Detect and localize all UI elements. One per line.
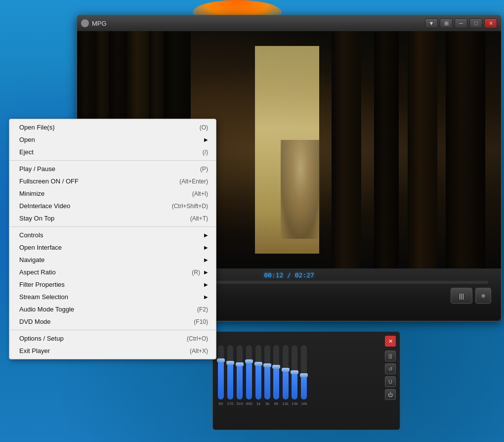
eq-slider-track-60[interactable] — [218, 345, 224, 399]
submenu-arrow-icon: ▶ — [204, 294, 208, 300]
menu-item-open[interactable]: Open▶ — [9, 133, 216, 146]
eq-slider-thumb-60[interactable] — [217, 358, 225, 362]
menu-item-aspect-ratio[interactable]: Aspect Ratio(R)▶ — [9, 266, 216, 278]
eq-band-6k: 6k — [273, 345, 279, 406]
menu-separator-9 — [9, 226, 216, 227]
menu-item-label: Options / Setup — [19, 335, 177, 342]
menu-item-options---setup[interactable]: Options / Setup(Ctrl+O) — [9, 332, 216, 345]
eq-slider-thumb-14k[interactable] — [291, 370, 298, 374]
menu-item-label: Audio Mode Toggle — [19, 306, 187, 313]
menu-item-label: Fullscreen ON / OFF — [19, 177, 169, 185]
eq-slider-track-14k[interactable] — [292, 345, 297, 399]
eq-band-60: 60 — [218, 345, 224, 406]
submenu-arrow-icon: ▶ — [204, 282, 208, 287]
menu-item-label: Navigate — [19, 256, 200, 264]
menu-item-controls[interactable]: Controls▶ — [9, 229, 216, 241]
menu-separator-18 — [9, 330, 216, 330]
eq-band-label-16k: 16k — [301, 401, 307, 406]
eq-slider-fill-60 — [218, 360, 224, 399]
menu-item-label: Open — [19, 136, 200, 143]
menu-item-label: Open Interface — [19, 244, 200, 251]
eq-slider-thumb-1k[interactable] — [254, 362, 262, 366]
menu-item-stream-selection[interactable]: Stream Selection▶ — [9, 291, 216, 303]
title-bar-buttons: ▼ ⊞ ─ □ ✕ — [425, 18, 497, 28]
eq-slider-track-3k[interactable] — [264, 345, 270, 399]
menu-item-play---pause[interactable]: Play / Pause(P) — [9, 163, 216, 175]
eq-band-1k: 1k — [255, 345, 261, 406]
menu-item-shortcut: (Alt+T) — [190, 215, 208, 222]
menu-item-minimize[interactable]: Minimize(Alt+I) — [9, 187, 216, 200]
eq-band-16k: 16k — [301, 345, 307, 406]
eq-slider-thumb-6k[interactable] — [272, 365, 280, 369]
menu-item-label: DVD Mode — [19, 318, 184, 325]
eq-power-button[interactable]: ⏻ — [385, 389, 396, 400]
menu-item-shortcut: (F2) — [197, 306, 208, 313]
eq-band-label-60: 60 — [219, 401, 223, 406]
eq-band-label-3k: 3k — [265, 401, 269, 406]
eq-slider-track-310[interactable] — [237, 345, 243, 399]
menu-item-audio-mode-toggle[interactable]: Audio Mode Toggle(F2) — [9, 303, 216, 315]
eq-slider-thumb-310[interactable] — [236, 362, 244, 366]
eq-slider-thumb-170[interactable] — [226, 361, 234, 365]
menu-item-deinterlace-video[interactable]: DeInterlace Video(Ctrl+Shift+D) — [9, 200, 216, 212]
eq-side-buttons: ||| ↺ U ⏻ — [385, 351, 396, 400]
playlist-button[interactable]: ≡ — [475, 288, 491, 304]
eq-close-button[interactable]: ✕ — [385, 336, 396, 347]
player-title: MPG — [92, 20, 422, 27]
menu-item-shortcut: (F10) — [194, 318, 208, 325]
menu-item-exit-player[interactable]: Exit Player(Alt+X) — [9, 345, 216, 357]
resize-button[interactable]: ⊞ — [440, 18, 453, 28]
submenu-arrow-icon: ▶ — [204, 245, 208, 250]
eq-slider-track-170[interactable] — [227, 345, 233, 399]
minimize-button[interactable]: ─ — [455, 18, 467, 28]
equalizer-button[interactable]: ||| — [451, 288, 472, 304]
menu-button[interactable]: ▼ — [425, 18, 438, 28]
eq-slider-track-1k[interactable] — [255, 345, 261, 399]
eq-slider-fill-14k — [292, 372, 297, 399]
menu-item-fullscreen-on---off[interactable]: Fullscreen ON / OFF(Alt+Enter) — [9, 175, 216, 187]
menu-item-label: Play / Pause — [19, 165, 190, 173]
menu-item-label: Aspect Ratio — [19, 268, 182, 276]
submenu-arrow-icon: ▶ — [204, 232, 208, 238]
eq-band-label-600: 600 — [246, 401, 252, 406]
eq-slider-thumb-600[interactable] — [245, 359, 253, 363]
eq-settings-button[interactable]: ||| — [385, 351, 396, 361]
menu-item-stay-on-top[interactable]: Stay On Top(Alt+T) — [9, 212, 216, 224]
eq-slider-fill-3k — [264, 365, 270, 399]
eq-slider-thumb-12k[interactable] — [282, 368, 290, 372]
eq-band-170: 170 — [227, 345, 233, 406]
eq-slider-track-6k[interactable] — [273, 345, 279, 399]
eq-slider-fill-16k — [301, 375, 307, 400]
plank-10 — [446, 31, 485, 268]
eq-slider-fill-6k — [273, 367, 279, 399]
menu-item-label: Eject — [19, 148, 193, 156]
maximize-button[interactable]: □ — [469, 18, 482, 28]
menu-item-filter-properties[interactable]: Filter Properties▶ — [9, 278, 216, 291]
menu-item-open-file-s-[interactable]: Open File(s)(O) — [9, 121, 216, 133]
menu-item-eject[interactable]: Eject(/) — [9, 146, 216, 158]
eq-slider-fill-12k — [283, 370, 289, 400]
eq-slider-track-600[interactable] — [246, 345, 252, 399]
menu-item-dvd-mode[interactable]: DVD Mode(F10) — [9, 315, 216, 328]
menu-item-label: DeInterlace Video — [19, 202, 162, 210]
eq-slider-track-16k[interactable] — [301, 345, 307, 399]
eq-slider-thumb-16k[interactable] — [300, 373, 308, 377]
menu-item-shortcut: (Alt+Enter) — [179, 178, 208, 185]
eq-undo-button[interactable]: U — [385, 376, 396, 387]
menu-separator-3 — [9, 160, 216, 161]
menu-item-open-interface[interactable]: Open Interface▶ — [9, 241, 216, 254]
menu-item-label: Stream Selection — [19, 293, 200, 301]
menu-item-shortcut: (Ctrl+Shift+D) — [172, 203, 208, 210]
eq-slider-track-12k[interactable] — [283, 345, 289, 399]
eq-slider-thumb-3k[interactable] — [263, 363, 271, 367]
eq-band-label-12k: 12k — [282, 401, 289, 406]
eq-slider-fill-170 — [227, 362, 233, 399]
equalizer-panel: ✕ ||| ↺ U ⏻ 601703106001k3k6k12k14k16k — [212, 331, 400, 430]
eq-band-310: 310 — [236, 345, 243, 406]
eq-reset-button[interactable]: ↺ — [385, 363, 396, 374]
menu-item-shortcut: (Ctrl+O) — [187, 335, 208, 342]
menu-item-navigate[interactable]: Navigate▶ — [9, 254, 216, 266]
eq-band-label-170: 170 — [227, 401, 233, 406]
close-button[interactable]: ✕ — [484, 18, 497, 28]
context-menu: Open File(s)(O)Open▶Eject(/)Play / Pause… — [9, 119, 216, 359]
